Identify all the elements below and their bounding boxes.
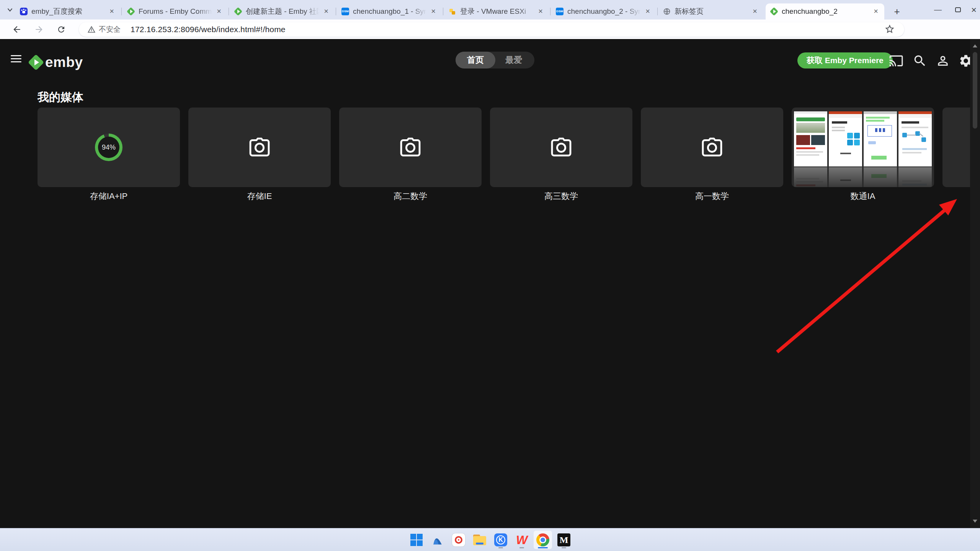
camera-icon [398,135,423,160]
emby-logo[interactable]: emby [29,54,83,70]
tab-separator [443,8,443,15]
library-label[interactable]: 存储IE [188,191,331,202]
tab-home[interactable]: 首页 [456,52,495,68]
tab-active-chenchuangbo-2[interactable]: chenchuangbo_2 × [766,3,884,20]
camera-icon [549,135,573,160]
emby-favicon [234,8,242,15]
url-text[interactable]: 172.16.253.2:8096/web/index.html#!/home [131,25,286,34]
tab-title: 新标签页 [675,7,750,16]
scan-progress-ring: 94% [95,134,122,161]
tab-separator [550,8,550,15]
start-button[interactable] [407,531,426,549]
new-tab-button[interactable]: + [890,5,903,18]
wireshark-icon [431,534,444,546]
tab-close-icon[interactable]: × [536,7,545,16]
get-emby-premiere-button[interactable]: 获取 Emby Premiere [797,52,893,68]
reload-icon[interactable] [54,22,69,37]
tab-close-icon[interactable]: × [871,7,880,16]
emby-page: emby 首页 最爱 获取 Emby Premiere 我的媒体 94% [0,39,980,528]
tab-close-icon[interactable]: × [750,7,760,16]
home-favorites-switch: 首页 最爱 [456,52,534,68]
scroll-up-icon[interactable] [973,44,977,47]
chrome-app-button[interactable] [534,531,552,549]
back-icon[interactable] [9,22,24,37]
bookmark-star-icon[interactable] [884,24,895,36]
emby-logo-icon [29,55,43,69]
tab-title: 创建新主题 - Emby 社区 [246,7,322,16]
library-label[interactable]: 高二数学 [339,191,482,202]
tab-close-icon[interactable]: × [214,7,224,16]
tab-emby-new-topic[interactable]: 创建新主题 - Emby 社区 × [230,3,335,20]
tab-separator [336,8,336,15]
library-label[interactable]: 存储IA+IP [38,191,180,202]
page-scrollbar[interactable] [970,39,980,528]
tab-separator [121,8,122,15]
library-card-math-g1[interactable] [641,108,783,187]
security-label: 不安全 [99,24,121,34]
library-card-storage-ie[interactable] [188,108,331,187]
library-thumbnail [898,111,932,166]
search-icon[interactable] [913,54,927,68]
library-card-shutong-ia[interactable] [792,108,934,187]
library-thumbnail [864,111,897,166]
tab-baidu-search[interactable]: emby_百度搜索 × [15,3,120,20]
file-explorer-button[interactable] [470,531,489,549]
hamburger-menu-icon[interactable] [11,53,21,64]
k-app-button[interactable]: K [492,531,510,549]
wps-app-button[interactable]: W [513,531,531,549]
tab-synology-1[interactable]: DSM chenchuangbo_1 - Syno × [337,3,442,20]
library-card-partial[interactable] [942,108,970,187]
library-label[interactable]: 数通IA [792,191,934,202]
emby-favicon [770,8,778,15]
address-bar[interactable]: 不安全 172.16.253.2:8096/web/index.html#!/h… [79,22,904,37]
window-minimize-button[interactable]: — [928,0,948,20]
markdown-app-button[interactable]: M [555,531,573,549]
tab-separator [657,8,658,15]
user-icon[interactable] [936,54,950,68]
running-indicator [562,547,566,548]
library-card-math-g3[interactable] [490,108,632,187]
library-card-math-g2[interactable] [339,108,482,187]
browser-toolbar: 不安全 172.16.253.2:8096/web/index.html#!/h… [0,20,980,39]
library-thumbnail [829,111,862,166]
scroll-down-icon[interactable] [973,520,977,523]
tab-emby-forums[interactable]: Forums - Emby Commu × [122,3,227,20]
tab-new-tab-page[interactable]: 新标签页 × [658,3,763,20]
forward-icon[interactable] [31,22,47,37]
library-label[interactable]: 高三数学 [490,191,632,202]
library-thumbnails [794,111,932,166]
active-running-indicator [538,547,548,548]
tab-close-icon[interactable]: × [107,7,116,16]
tab-close-icon[interactable]: × [643,7,652,16]
tab-favorites[interactable]: 最爱 [495,54,532,66]
scrollbar-thumb[interactable] [973,52,977,129]
snail-app-button[interactable] [449,531,468,549]
snail-app-icon [452,533,465,546]
tab-close-icon[interactable]: × [322,7,331,16]
emby-logo-text: emby [45,54,83,70]
k-app-icon: K [494,533,507,546]
running-indicator [519,547,524,548]
tab-close-icon[interactable]: × [429,7,438,16]
cast-icon[interactable] [889,54,903,68]
site-security-chip[interactable]: 不安全 [87,24,121,34]
windows-taskbar: K W M [0,528,980,551]
library-card-storage-ia-ip[interactable]: 94% [38,108,180,187]
browser-tab-strip: emby_百度搜索 × Forums - Emby Commu × 创建新主题 … [0,0,980,20]
tab-search-chevron-icon[interactable] [7,7,13,13]
wireshark-app-button[interactable] [428,531,447,549]
tab-synology-2[interactable]: DSM chenchuangbo_2 - Syn × [551,3,656,20]
tab-vmware-esxi[interactable]: 登录 - VMware ESXi × [444,3,549,20]
camera-icon [247,135,272,160]
dsm-favicon: DSM [556,8,564,15]
warning-icon [87,25,96,34]
vmware-favicon [449,8,456,15]
globe-favicon [663,8,671,15]
camera-icon [700,135,724,160]
window-close-button[interactable]: × [964,0,980,20]
library-label[interactable]: 高一数学 [641,191,783,202]
wps-icon: W [516,533,528,546]
tab-separator [229,8,229,15]
screen: emby_百度搜索 × Forums - Emby Commu × 创建新主题 … [0,0,980,551]
windows-start-icon [410,534,423,546]
